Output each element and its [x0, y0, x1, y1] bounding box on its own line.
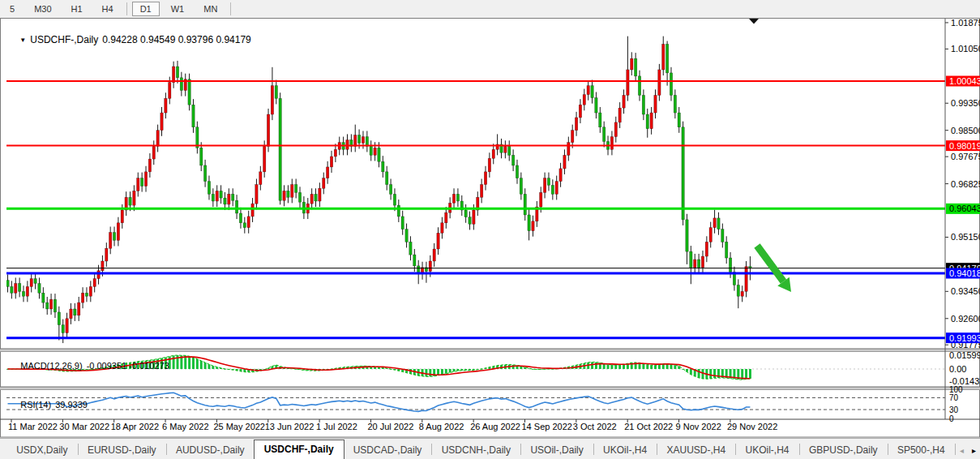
candle	[15, 284, 17, 294]
candle	[46, 302, 49, 309]
tabs-scroll-right-icon[interactable]: ▸	[968, 443, 980, 459]
symbol-tab-usoil-daily[interactable]: USOil-,Daily	[521, 441, 592, 459]
date-axis-tick: 3 Oct 2022	[573, 422, 617, 431]
panel-splitter-rsi[interactable]	[0, 387, 980, 390]
svg-text:1.00043: 1.00043	[949, 76, 980, 86]
date-axis-tick: 11 Mar 2022	[8, 422, 58, 431]
candle	[401, 217, 404, 230]
candle	[42, 293, 45, 302]
candle	[330, 157, 332, 167]
chart-title-row: ▼USDCHF-,Daily0.94228 0.94549 0.93796 0.…	[9, 23, 251, 57]
candle	[610, 137, 613, 150]
date-axis-tick: 13 Jun 2022	[265, 422, 315, 431]
candle	[393, 194, 396, 205]
candle	[646, 114, 648, 129]
chart-canvas[interactable]: 1.018751.010500.993500.985000.976750.968…	[0, 0, 980, 459]
price-label-1.00043: 1.00043	[946, 76, 980, 87]
candle	[705, 242, 708, 256]
price-axis-tick: 1.01050	[951, 44, 980, 54]
candle	[674, 95, 676, 113]
candle	[701, 256, 704, 268]
candle	[682, 127, 684, 220]
symbol-tab-usdx-daily[interactable]: USDX,Daily	[7, 441, 76, 459]
symbol-tab-gbpusd-daily[interactable]: GBPUSD-,Daily	[800, 441, 887, 459]
candle	[374, 148, 376, 155]
candle	[725, 242, 728, 258]
candle	[228, 194, 230, 204]
candle	[686, 220, 688, 251]
candle	[437, 233, 439, 249]
candle	[713, 218, 716, 228]
candle	[93, 279, 96, 287]
price-axis-tick: 0.93450	[951, 286, 980, 296]
candle	[587, 86, 589, 95]
symbol-tab-usdchf-daily[interactable]: USDCHF-,Daily	[254, 440, 344, 459]
candle	[49, 299, 52, 309]
symbol-tab-usdcad-daily[interactable]: USDCAD-,Daily	[344, 441, 431, 459]
candle	[62, 325, 64, 333]
macd-values: -0.009351 -0.010273	[87, 361, 169, 371]
date-axis-tick: 25 May 2022	[213, 422, 265, 431]
candle	[279, 98, 281, 200]
candle	[623, 95, 625, 108]
symbol-tab-sp500-h4[interactable]: SP500-,H4	[888, 441, 954, 459]
candle	[511, 155, 514, 165]
date-axis-tick: 18 Apr 2022	[111, 422, 159, 431]
candle	[737, 285, 739, 296]
rsi-axis-tick: 0	[949, 414, 954, 423]
candle	[618, 108, 621, 122]
candle	[66, 319, 68, 333]
candle	[445, 212, 447, 223]
dropdown-triangle-icon[interactable]: ▼	[19, 36, 26, 44]
candle	[212, 194, 214, 201]
tabs-scroll-left-icon[interactable]: ◂	[956, 443, 968, 459]
candle	[38, 284, 41, 294]
candle	[294, 185, 297, 193]
symbol-tab-eurusd-daily[interactable]: EURUSD-,Daily	[79, 441, 165, 459]
candle	[504, 146, 507, 152]
candle	[571, 131, 573, 143]
candle	[315, 194, 317, 201]
candle	[658, 70, 661, 95]
date-axis-tick: 6 May 2022	[162, 422, 208, 431]
candle	[670, 73, 672, 96]
candle	[520, 178, 522, 195]
rsi-axis-tick: 30	[949, 405, 959, 414]
symbol-tab-xauusd-h4[interactable]: XAUUSD-,H4	[657, 441, 734, 459]
symbol-tab-ukoil-h4[interactable]: UKOil-,H4	[737, 441, 798, 459]
candle	[567, 143, 570, 156]
macd-axis-tick: 0.01599	[949, 350, 980, 360]
candle	[366, 137, 368, 147]
candle	[627, 70, 629, 95]
candle	[555, 182, 558, 195]
svg-text:0.91993: 0.91993	[949, 333, 980, 343]
candle	[473, 210, 475, 224]
candle	[456, 194, 459, 201]
candle	[729, 258, 731, 272]
candle	[319, 188, 321, 201]
candle	[232, 194, 234, 200]
candle	[203, 165, 206, 182]
candle	[433, 249, 435, 261]
candle	[323, 178, 325, 189]
candle	[160, 113, 163, 131]
candle	[117, 223, 119, 241]
date-axis-tick: 14 Sep 2022	[522, 422, 572, 431]
candle	[508, 146, 511, 155]
price-label-0.94018: 0.94018	[946, 268, 980, 278]
candle	[346, 139, 349, 149]
candle	[595, 98, 597, 113]
macd-name: MACD(12,26,9)	[20, 361, 82, 371]
candle	[642, 95, 644, 114]
candle	[97, 271, 100, 279]
symbol-tab-audusd-daily[interactable]: AUDUSD-,Daily	[167, 441, 254, 459]
candle	[109, 233, 111, 249]
candle	[152, 146, 155, 159]
candle	[524, 194, 526, 215]
candle	[133, 191, 135, 205]
candle	[551, 185, 554, 194]
candle	[172, 66, 174, 83]
symbol-tab-ukoil-h4[interactable]: UKOil-,H4	[594, 441, 656, 459]
symbol-tab-usdcnh-daily[interactable]: USDCNH-,Daily	[433, 441, 520, 459]
candle	[326, 167, 328, 178]
